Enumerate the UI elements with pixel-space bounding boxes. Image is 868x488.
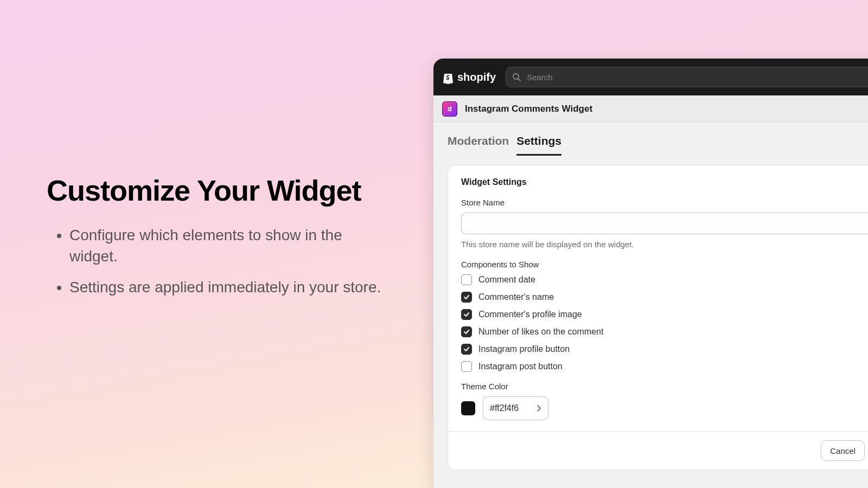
checkbox[interactable] xyxy=(461,344,472,355)
checkbox[interactable] xyxy=(461,292,472,303)
card-title: Widget Settings xyxy=(461,177,868,187)
color-swatch[interactable] xyxy=(461,401,475,415)
checkbox-label: Comment date xyxy=(478,275,535,285)
tab-moderation[interactable]: Moderation xyxy=(448,131,509,156)
shopify-logo: shopify xyxy=(442,70,496,84)
app-icon: d xyxy=(442,101,457,117)
promo-bullet: Settings are applied immediately in your… xyxy=(69,277,383,298)
theme-color-row: #ff2f4f6 xyxy=(461,396,868,420)
tabs: Moderation Settings xyxy=(448,123,868,156)
store-name-label: Store Name xyxy=(461,198,868,207)
checkbox[interactable] xyxy=(461,361,472,372)
checkbox[interactable] xyxy=(461,309,472,320)
store-name-input[interactable] xyxy=(461,213,868,234)
cancel-button[interactable]: Cancel xyxy=(821,440,865,461)
brand-text: shopify xyxy=(457,71,496,84)
component-option: Comment date xyxy=(461,274,868,285)
component-option: Instagram post button xyxy=(461,361,868,372)
tab-settings[interactable]: Settings xyxy=(516,131,561,156)
settings-card: Widget Settings Store Name This store na… xyxy=(448,165,868,470)
checkbox-label: Instagram profile button xyxy=(478,344,570,354)
search-input[interactable] xyxy=(506,67,868,87)
checkbox[interactable] xyxy=(461,326,472,337)
checkbox[interactable] xyxy=(461,274,472,285)
shopify-bag-icon xyxy=(442,70,454,84)
promo-bullet: Configure which elements to show in the … xyxy=(69,224,383,267)
checkbox-label: Commenter's name xyxy=(478,292,554,302)
topbar: shopify 1 xyxy=(433,59,868,95)
promo-panel: Customize Your Widget Configure which el… xyxy=(47,174,383,308)
promo-headline: Customize Your Widget xyxy=(47,174,383,207)
component-option: Commenter's name xyxy=(461,292,868,303)
search-wrap xyxy=(506,67,868,87)
chevron-right-icon xyxy=(536,404,541,412)
color-value: #ff2f4f6 xyxy=(490,403,519,413)
components-heading: Components to Show xyxy=(461,260,868,269)
app-window: shopify 1 d Instagram Comments Widget Mo… xyxy=(433,59,868,488)
color-select[interactable]: #ff2f4f6 xyxy=(483,396,548,420)
component-option: Number of likes on the comment xyxy=(461,326,868,337)
card-footer: Cancel S xyxy=(448,431,868,470)
app-title: Instagram Comments Widget xyxy=(465,104,592,114)
store-name-help: This store name will be displayed on the… xyxy=(461,240,868,249)
promo-bullets: Configure which elements to show in the … xyxy=(47,224,383,298)
checkbox-label: Commenter's profile image xyxy=(478,310,582,319)
component-option: Instagram profile button xyxy=(461,344,868,355)
component-option: Commenter's profile image xyxy=(461,309,868,320)
checkbox-label: Number of likes on the comment xyxy=(478,327,603,337)
app-titlebar: d Instagram Comments Widget xyxy=(433,95,868,123)
theme-color-label: Theme Color xyxy=(461,382,868,391)
search-icon xyxy=(512,73,521,81)
checkbox-label: Instagram post button xyxy=(478,362,563,371)
